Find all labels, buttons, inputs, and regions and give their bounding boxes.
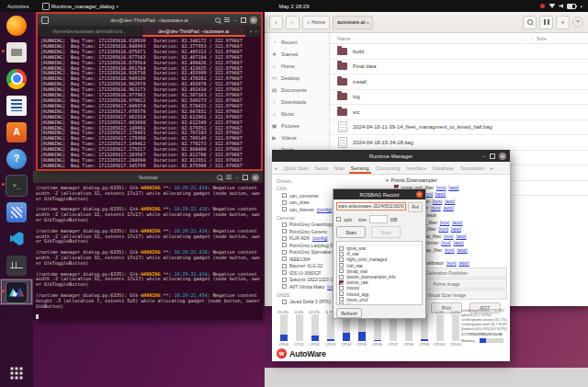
breadcrumb-folder[interactable]: autoware.ai ▾	[333, 16, 373, 29]
dock-item-monitor[interactable]	[0, 252, 33, 279]
sys-link[interactable]: [sys]	[431, 205, 440, 211]
size-input[interactable]	[369, 215, 388, 223]
sys-link[interactable]: [sys]	[447, 260, 456, 266]
sidebar-item-recent[interactable]: ◔Recent	[265, 36, 329, 48]
sys-link[interactable]: [sys]	[439, 226, 448, 232]
topic-checkbox[interactable]	[339, 286, 344, 290]
app-link[interactable]: [app]	[456, 233, 466, 239]
app-link[interactable]: [app]	[443, 205, 453, 211]
checkbox[interactable]	[282, 200, 287, 205]
tab-simulation[interactable]: Simulation	[460, 165, 484, 171]
dock-item-firefox[interactable]	[0, 12, 33, 39]
tab-scroll-left-icon[interactable]: ◂	[275, 165, 277, 171]
file-row[interactable]: install126 items	[330, 74, 588, 90]
dock-item-autoware[interactable]	[0, 279, 33, 305]
dock-item-files[interactable]	[0, 39, 33, 65]
view-toggle-button[interactable]	[539, 16, 553, 29]
app-link[interactable]: [app]	[458, 260, 469, 266]
forward-button[interactable]: ›	[286, 16, 300, 29]
terminal-tab-0[interactable]: /home/dev/autoware.ai/install/runti...	[38, 26, 142, 37]
bag-path-input[interactable]	[336, 202, 406, 211]
ref-button[interactable]: Ref	[408, 202, 423, 212]
tab-scroll-right-icon[interactable]: ▸	[491, 165, 493, 171]
sidebar-item-desktop[interactable]: ▭Desktop	[265, 72, 329, 84]
file-row[interactable]: build156 items	[330, 44, 588, 60]
runtime-manager-titlebar[interactable]: Runtime Manager − ×	[272, 150, 510, 162]
file-row[interactable]: Final data4 items	[330, 60, 588, 75]
minimize-button[interactable]: −	[482, 154, 486, 158]
menu-icon[interactable]	[226, 175, 232, 179]
tab-bar-extras[interactable]: ▾+	[246, 26, 261, 37]
dock-item-chrome[interactable]	[0, 65, 33, 92]
topic-checkbox[interactable]	[339, 302, 344, 305]
menu-icon[interactable]	[224, 17, 230, 22]
sidebar-item-downloads[interactable]: ↓Downloads	[265, 96, 329, 108]
dock-item-writer[interactable]	[0, 92, 33, 119]
minimize-button[interactable]: −	[235, 176, 239, 179]
checkbox[interactable]	[282, 243, 287, 247]
sys-link[interactable]: [sys]	[436, 185, 446, 190]
sys-link[interactable]: [sys]	[440, 220, 449, 225]
terminal1-titlebar[interactable]: dev@dev-ThinkPad: ~/autoware.ai − ×	[38, 14, 261, 26]
dock-item-terminal[interactable]	[0, 172, 33, 199]
sidebar-item-pictures[interactable]: ▣Pictures	[265, 120, 329, 131]
topic-checkbox[interactable]	[339, 252, 344, 256]
config-link[interactable]: [config]	[317, 207, 332, 212]
back-button[interactable]: ‹	[269, 16, 283, 29]
show-applications-icon[interactable]	[10, 367, 23, 380]
tab-sensing[interactable]: Sensing	[351, 165, 369, 171]
dock-item-help[interactable]	[0, 145, 33, 172]
tab-map[interactable]: Map	[334, 165, 345, 171]
close-button[interactable]: ×	[416, 191, 423, 198]
checkbox[interactable]	[282, 229, 287, 233]
close-button[interactable]: ×	[499, 153, 506, 160]
file-row[interactable]: src10 items	[330, 105, 588, 120]
app-link[interactable]: [app]	[435, 191, 446, 197]
system-tray[interactable]: ▾	[540, 4, 582, 9]
tab-setup[interactable]: Setup	[315, 165, 328, 171]
column-name[interactable]: Name	[330, 36, 351, 41]
topic-checkbox[interactable]	[339, 291, 344, 296]
config-link[interactable]: [config]	[312, 235, 327, 241]
list-header[interactable]: Name ⌄ Size	[330, 33, 588, 44]
file-row[interactable]: 2024-04-18-15-34-18.bag1.4 GB	[330, 135, 588, 151]
close-button[interactable]: ×	[250, 17, 257, 24]
maximize-button[interactable]	[243, 175, 248, 180]
topic-row[interactable]: /tf	[337, 302, 422, 305]
dock-item-software[interactable]	[0, 119, 33, 145]
search-button[interactable]	[523, 16, 537, 29]
maximize-button[interactable]	[241, 17, 246, 23]
topic-checkbox[interactable]	[339, 257, 344, 262]
dock-item-vscode[interactable]	[0, 225, 33, 252]
topic-checkbox[interactable]	[339, 280, 344, 285]
app-link[interactable]: [app]	[451, 226, 461, 232]
search-icon[interactable]	[215, 17, 220, 23]
terminal2-output[interactable]: (runtime_manager_dialog.py:6335): Gtk-WA…	[33, 183, 263, 324]
app-link[interactable]: [app]	[448, 185, 458, 190]
sidebar-item-videos[interactable]: ▶Videos	[265, 131, 329, 143]
tab-quick-start[interactable]: Quick Start	[284, 165, 309, 171]
checkbox[interactable]	[282, 278, 287, 282]
topic-checkbox[interactable]	[339, 246, 344, 251]
terminal2-titlebar[interactable]: Terminal − ×	[33, 171, 263, 183]
terminal-tab-1[interactable]: dev@dev-ThinkPad: ~/autoware.ai	[142, 26, 247, 37]
topic-checkbox[interactable]	[339, 263, 344, 267]
app-link[interactable]: [app]	[452, 220, 462, 225]
file-row[interactable]: log9 items	[330, 90, 588, 106]
start-button[interactable]: Start	[336, 226, 366, 238]
checkbox[interactable]	[282, 284, 287, 289]
chevron-down-icon[interactable]: ▾	[386, 177, 389, 183]
topic-checkbox[interactable]	[339, 275, 344, 279]
refresh-button[interactable]: Refresh	[336, 308, 362, 318]
sidebar-item-music[interactable]: ♪Music	[265, 108, 329, 120]
topic-checkbox[interactable]	[339, 268, 344, 273]
sidebar-item-starred[interactable]: ★Starred	[265, 48, 329, 60]
column-size[interactable]: Size	[532, 36, 588, 41]
maximize-button[interactable]	[490, 154, 495, 159]
checkbox[interactable]	[282, 270, 287, 275]
checkbox[interactable]	[282, 193, 287, 198]
checkbox[interactable]	[282, 300, 287, 304]
tab-interface[interactable]: Interface	[406, 165, 425, 171]
file-row[interactable]: 2024-04-16-11-39-14_fleet_managment_to_k…	[330, 120, 588, 136]
tab-computing[interactable]: Computing	[376, 165, 401, 171]
